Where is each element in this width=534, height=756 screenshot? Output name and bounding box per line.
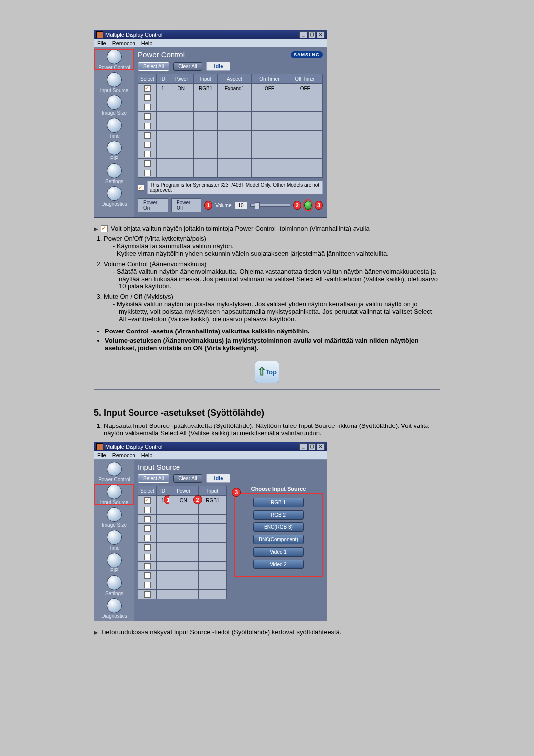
table-row[interactable] [138, 533, 227, 543]
maximize-button[interactable]: ❐ [308, 31, 316, 38]
table-row[interactable] [138, 140, 323, 149]
input-source-rgb2[interactable]: RGB 2 [253, 510, 304, 520]
input-grid: Select ID Power Input 11 ON2 RGB1 [138, 486, 227, 599]
table-row[interactable] [138, 571, 227, 580]
maximize-button[interactable]: ❐ [308, 443, 316, 450]
sidebar-item-power-control[interactable]: Power Control [94, 49, 134, 70]
table-row[interactable] [138, 168, 323, 178]
note-checkbox[interactable] [138, 185, 144, 191]
power-on-button[interactable]: Power On [138, 198, 168, 212]
close-button[interactable]: ✕ [317, 443, 325, 450]
minimize-button[interactable]: _ [299, 443, 307, 450]
clear-all-button[interactable]: Clear All [173, 474, 202, 483]
list-item: Power On/Off (Virta kytkettynä/pois) - K… [104, 235, 440, 257]
row-select-checkbox[interactable] [144, 525, 151, 532]
row-select-checkbox[interactable] [144, 151, 151, 157]
sidebar-item-power-control[interactable]: Power Control [94, 462, 134, 482]
close-button[interactable]: ✕ [317, 31, 325, 38]
callout-1: 1 [204, 201, 212, 210]
table-row[interactable] [138, 562, 227, 571]
table-row[interactable] [138, 131, 323, 140]
separator [94, 389, 440, 390]
row-select-checkbox[interactable] [144, 104, 151, 110]
row-select-checkbox[interactable] [144, 507, 151, 513]
minimize-button[interactable]: _ [299, 31, 307, 38]
row-select-checkbox[interactable] [144, 535, 151, 541]
table-row[interactable]: 11 ON2 RGB1 [138, 496, 227, 505]
sidebar-item-time[interactable]: Time [94, 118, 134, 139]
row-select-checkbox[interactable] [144, 123, 151, 129]
input-source-video1[interactable]: Video 1 [253, 547, 304, 557]
table-row[interactable] [138, 149, 323, 159]
menu-file[interactable]: File [97, 40, 106, 46]
select-all-button[interactable]: Select All [138, 62, 169, 71]
table-row[interactable] [138, 505, 227, 515]
table-row[interactable] [138, 93, 323, 102]
row-select-checkbox[interactable] [144, 554, 151, 560]
idle-status: Idle [206, 62, 230, 71]
input-source-video2[interactable]: Video 2 [253, 560, 304, 569]
diagnostics-icon [107, 186, 122, 201]
sidebar-item-settings[interactable]: Settings [94, 163, 134, 184]
input-source-bnc-component[interactable]: BNC(Component) [253, 535, 304, 544]
table-row[interactable]: 1 ON RGB1 Expand1 OFF OFF [138, 84, 323, 93]
row-select-checkbox[interactable] [144, 85, 151, 92]
table-row[interactable] [138, 121, 323, 131]
menu-help[interactable]: Help [141, 40, 153, 46]
sidebar-item-time[interactable]: Time [94, 530, 134, 551]
clear-all-button[interactable]: Clear All [173, 62, 202, 71]
menu-remocon[interactable]: Remocon [112, 452, 135, 458]
table-row[interactable] [138, 112, 323, 121]
list-item: Napsauta Input Source -pääkuvaketta (Syö… [104, 422, 440, 437]
row-select-checkbox[interactable] [144, 591, 151, 598]
sidebar-item-image-size[interactable]: Image Size [94, 95, 134, 116]
mute-button[interactable] [304, 201, 312, 210]
row-select-checkbox[interactable] [144, 170, 151, 176]
power-control-window: Multiple Display Control _ ❐ ✕ File Remo… [94, 30, 327, 218]
top-link[interactable] [255, 361, 279, 383]
app-icon [96, 443, 103, 450]
power-off-button[interactable]: Power Off [171, 198, 201, 212]
main-pane: Power Control SAMSUNG Select All Clear A… [134, 47, 327, 217]
row-select-checkbox[interactable] [144, 544, 151, 551]
table-row[interactable] [138, 515, 227, 524]
power-grid: Select ID Power Input Aspect On Timer Of… [138, 74, 323, 178]
menu-file[interactable]: File [97, 452, 106, 458]
sidebar-item-diagnostics[interactable]: Diagnostics [94, 598, 134, 619]
row-select-checkbox[interactable] [144, 142, 151, 148]
sidebar-item-input-source[interactable]: Input Source [94, 72, 134, 93]
input-source-rgb1[interactable]: RGB 1 [253, 498, 304, 507]
row-select-checkbox[interactable] [144, 160, 151, 167]
select-all-button[interactable]: Select All [138, 474, 169, 483]
table-row[interactable] [138, 580, 227, 590]
table-row[interactable] [138, 552, 227, 562]
table-row[interactable] [138, 543, 227, 552]
volume-slider[interactable] [250, 204, 290, 207]
sidebar-item-image-size[interactable]: Image Size [94, 507, 134, 528]
note-text: This Program is for Syncmaster 323T/403T… [147, 181, 323, 194]
row-select-checkbox[interactable] [144, 572, 151, 579]
sidebar-item-diagnostics[interactable]: Diagnostics [94, 186, 134, 207]
sidebar-item-input-source[interactable]: Input Source [94, 484, 134, 505]
sidebar-item-pip[interactable]: PIP [94, 553, 134, 573]
row-select-checkbox[interactable] [144, 497, 151, 504]
menu-help[interactable]: Help [141, 452, 153, 458]
note-bar: This Program is for Syncmaster 323T/403T… [138, 181, 323, 194]
row-select-checkbox[interactable] [144, 94, 151, 101]
callout-3: 3 [315, 201, 323, 210]
lead-line: ▶ Voit ohjata valitun näytön joitakin to… [94, 225, 440, 232]
row-select-checkbox[interactable] [144, 563, 151, 569]
row-select-checkbox[interactable] [144, 516, 151, 522]
row-select-checkbox[interactable] [144, 582, 151, 588]
table-row[interactable] [138, 159, 323, 168]
input-source-bnc-rgb3[interactable]: BNC(RGB 3) [253, 522, 304, 532]
table-row[interactable] [138, 102, 323, 112]
sidebar-item-settings[interactable]: Settings [94, 575, 134, 596]
sidebar-item-pip[interactable]: PIP [94, 141, 134, 161]
menu-remocon[interactable]: Remocon [112, 40, 135, 46]
row-select-checkbox[interactable] [144, 113, 151, 120]
table-row[interactable] [138, 524, 227, 533]
table-row[interactable] [138, 590, 227, 599]
image-size-icon [107, 95, 122, 110]
row-select-checkbox[interactable] [144, 132, 151, 139]
